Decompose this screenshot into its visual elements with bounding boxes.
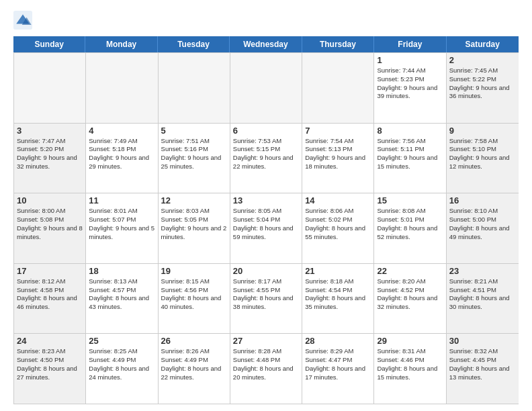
day-number: 14 bbox=[305, 195, 371, 205]
day-info: Sunrise: 8:06 AMSunset: 5:02 PMDaylight:… bbox=[305, 207, 371, 241]
table-row: 10Sunrise: 8:00 AMSunset: 5:08 PMDayligh… bbox=[14, 193, 86, 263]
logo-icon bbox=[13, 11, 32, 30]
day-number: 8 bbox=[377, 126, 443, 136]
day-info: Sunrise: 8:13 AMSunset: 4:57 PMDaylight:… bbox=[89, 277, 154, 312]
day-info: Sunrise: 8:21 AMSunset: 4:51 PMDaylight:… bbox=[449, 277, 516, 312]
table-row: 29Sunrise: 8:31 AMSunset: 4:46 PMDayligh… bbox=[374, 334, 446, 404]
day-number: 30 bbox=[449, 336, 516, 346]
day-info: Sunrise: 8:08 AMSunset: 5:01 PMDaylight:… bbox=[377, 207, 443, 241]
table-row: 8Sunrise: 7:56 AMSunset: 5:11 PMDaylight… bbox=[374, 124, 446, 193]
table-row: 6Sunrise: 7:53 AMSunset: 5:15 PMDaylight… bbox=[230, 124, 302, 193]
day-number: 13 bbox=[233, 195, 299, 205]
page-header bbox=[13, 11, 519, 30]
table-row: 18Sunrise: 8:13 AMSunset: 4:57 PMDayligh… bbox=[86, 264, 158, 334]
day-number: 28 bbox=[305, 336, 371, 346]
table-row: 28Sunrise: 8:29 AMSunset: 4:47 PMDayligh… bbox=[302, 334, 374, 404]
table-row: 25Sunrise: 8:25 AMSunset: 4:49 PMDayligh… bbox=[86, 334, 158, 404]
table-row: 24Sunrise: 8:23 AMSunset: 4:50 PMDayligh… bbox=[14, 334, 86, 404]
day-number: 12 bbox=[161, 195, 227, 205]
table-row bbox=[159, 53, 230, 123]
day-info: Sunrise: 7:49 AMSunset: 5:18 PMDaylight:… bbox=[89, 137, 154, 171]
week-row-4: 17Sunrise: 8:12 AMSunset: 4:58 PMDayligh… bbox=[14, 264, 519, 334]
day-info: Sunrise: 8:05 AMSunset: 5:04 PMDaylight:… bbox=[233, 207, 299, 241]
day-info: Sunrise: 7:51 AMSunset: 5:16 PMDaylight:… bbox=[161, 137, 227, 171]
header-tuesday: Tuesday bbox=[158, 36, 230, 52]
logo bbox=[13, 11, 35, 30]
day-number: 21 bbox=[305, 266, 371, 276]
week-row-1: 1Sunrise: 7:44 AMSunset: 5:23 PMDaylight… bbox=[14, 53, 519, 124]
day-info: Sunrise: 8:25 AMSunset: 4:49 PMDaylight:… bbox=[89, 347, 154, 381]
day-number: 4 bbox=[89, 126, 154, 136]
table-row: 26Sunrise: 8:26 AMSunset: 4:49 PMDayligh… bbox=[159, 334, 230, 404]
day-info: Sunrise: 8:03 AMSunset: 5:05 PMDaylight:… bbox=[161, 207, 227, 241]
day-number: 26 bbox=[161, 336, 227, 346]
table-row: 22Sunrise: 8:20 AMSunset: 4:52 PMDayligh… bbox=[374, 264, 446, 334]
table-row: 16Sunrise: 8:10 AMSunset: 5:00 PMDayligh… bbox=[447, 193, 519, 263]
table-row: 2Sunrise: 7:45 AMSunset: 5:22 PMDaylight… bbox=[447, 53, 519, 123]
day-info: Sunrise: 7:56 AMSunset: 5:11 PMDaylight:… bbox=[377, 137, 443, 171]
day-number: 1 bbox=[377, 55, 443, 65]
table-row: 15Sunrise: 8:08 AMSunset: 5:01 PMDayligh… bbox=[374, 193, 446, 263]
day-number: 24 bbox=[17, 336, 83, 346]
table-row: 23Sunrise: 8:21 AMSunset: 4:51 PMDayligh… bbox=[447, 264, 519, 334]
day-number: 7 bbox=[305, 126, 371, 136]
calendar: Sunday Monday Tuesday Wednesday Thursday… bbox=[13, 36, 519, 404]
day-info: Sunrise: 8:23 AMSunset: 4:50 PMDaylight:… bbox=[17, 347, 83, 381]
table-row bbox=[302, 53, 374, 123]
header-monday: Monday bbox=[85, 36, 157, 52]
table-row: 19Sunrise: 8:15 AMSunset: 4:56 PMDayligh… bbox=[159, 264, 230, 334]
day-info: Sunrise: 8:12 AMSunset: 4:58 PMDaylight:… bbox=[17, 277, 83, 312]
day-info: Sunrise: 7:47 AMSunset: 5:20 PMDaylight:… bbox=[17, 137, 83, 171]
table-row: 21Sunrise: 8:18 AMSunset: 4:54 PMDayligh… bbox=[302, 264, 374, 334]
table-row: 7Sunrise: 7:54 AMSunset: 5:13 PMDaylight… bbox=[302, 124, 374, 193]
table-row: 4Sunrise: 7:49 AMSunset: 5:18 PMDaylight… bbox=[86, 124, 158, 193]
week-row-2: 3Sunrise: 7:47 AMSunset: 5:20 PMDaylight… bbox=[14, 124, 519, 194]
table-row: 30Sunrise: 8:32 AMSunset: 4:45 PMDayligh… bbox=[447, 334, 519, 404]
day-number: 29 bbox=[377, 336, 443, 346]
table-row: 14Sunrise: 8:06 AMSunset: 5:02 PMDayligh… bbox=[302, 193, 374, 263]
day-number: 6 bbox=[233, 126, 299, 136]
day-number: 2 bbox=[449, 55, 516, 65]
table-row: 11Sunrise: 8:01 AMSunset: 5:07 PMDayligh… bbox=[86, 193, 158, 263]
header-saturday: Saturday bbox=[447, 36, 519, 52]
day-info: Sunrise: 8:31 AMSunset: 4:46 PMDaylight:… bbox=[377, 347, 443, 381]
table-row bbox=[14, 53, 86, 123]
day-info: Sunrise: 8:10 AMSunset: 5:00 PMDaylight:… bbox=[449, 207, 516, 241]
day-info: Sunrise: 8:28 AMSunset: 4:48 PMDaylight:… bbox=[233, 347, 299, 381]
week-row-5: 24Sunrise: 8:23 AMSunset: 4:50 PMDayligh… bbox=[14, 334, 519, 404]
day-number: 11 bbox=[89, 195, 154, 205]
header-thursday: Thursday bbox=[302, 36, 374, 52]
day-info: Sunrise: 7:53 AMSunset: 5:15 PMDaylight:… bbox=[233, 137, 299, 171]
day-info: Sunrise: 7:45 AMSunset: 5:22 PMDaylight:… bbox=[449, 66, 516, 101]
day-number: 5 bbox=[161, 126, 227, 136]
day-info: Sunrise: 8:18 AMSunset: 4:54 PMDaylight:… bbox=[305, 277, 371, 312]
week-row-3: 10Sunrise: 8:00 AMSunset: 5:08 PMDayligh… bbox=[14, 193, 519, 264]
day-info: Sunrise: 8:29 AMSunset: 4:47 PMDaylight:… bbox=[305, 347, 371, 381]
day-number: 16 bbox=[449, 195, 516, 205]
day-info: Sunrise: 8:20 AMSunset: 4:52 PMDaylight:… bbox=[377, 277, 443, 312]
day-number: 18 bbox=[89, 266, 154, 276]
day-number: 15 bbox=[377, 195, 443, 205]
day-info: Sunrise: 7:54 AMSunset: 5:13 PMDaylight:… bbox=[305, 137, 371, 171]
table-row: 3Sunrise: 7:47 AMSunset: 5:20 PMDaylight… bbox=[14, 124, 86, 193]
table-row: 17Sunrise: 8:12 AMSunset: 4:58 PMDayligh… bbox=[14, 264, 86, 334]
table-row: 13Sunrise: 8:05 AMSunset: 5:04 PMDayligh… bbox=[230, 193, 302, 263]
day-number: 9 bbox=[449, 126, 516, 136]
day-number: 3 bbox=[17, 126, 83, 136]
day-info: Sunrise: 8:26 AMSunset: 4:49 PMDaylight:… bbox=[161, 347, 227, 381]
day-info: Sunrise: 7:44 AMSunset: 5:23 PMDaylight:… bbox=[377, 66, 443, 101]
day-number: 27 bbox=[233, 336, 299, 346]
day-number: 22 bbox=[377, 266, 443, 276]
table-row bbox=[86, 53, 158, 123]
day-info: Sunrise: 8:17 AMSunset: 4:55 PMDaylight:… bbox=[233, 277, 299, 312]
calendar-header: Sunday Monday Tuesday Wednesday Thursday… bbox=[13, 36, 519, 52]
header-friday: Friday bbox=[374, 36, 446, 52]
table-row: 9Sunrise: 7:58 AMSunset: 5:10 PMDaylight… bbox=[447, 124, 519, 193]
table-row: 27Sunrise: 8:28 AMSunset: 4:48 PMDayligh… bbox=[230, 334, 302, 404]
day-number: 10 bbox=[17, 195, 83, 205]
table-row: 12Sunrise: 8:03 AMSunset: 5:05 PMDayligh… bbox=[159, 193, 230, 263]
header-sunday: Sunday bbox=[13, 36, 85, 52]
day-number: 25 bbox=[89, 336, 154, 346]
day-number: 20 bbox=[233, 266, 299, 276]
header-wednesday: Wednesday bbox=[230, 36, 302, 52]
